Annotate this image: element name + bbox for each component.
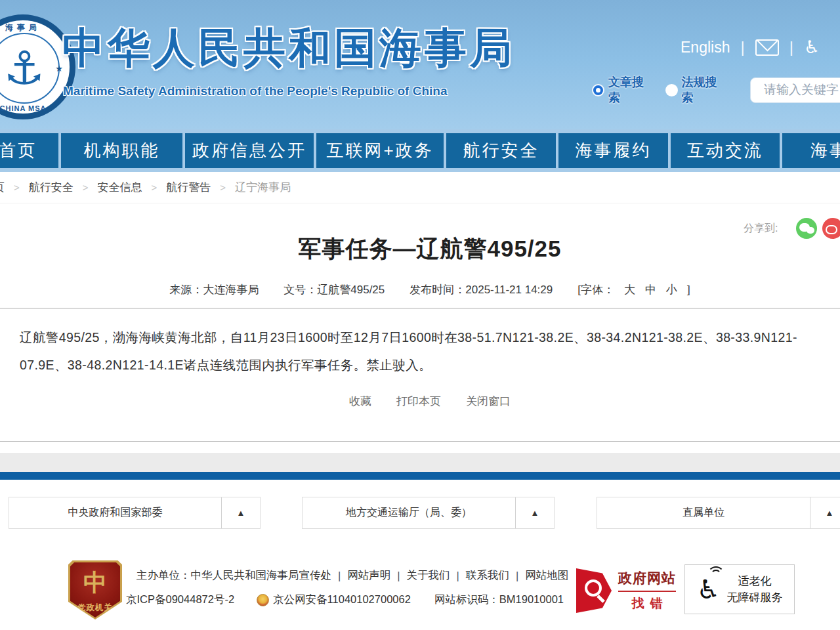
nav-item-home[interactable]: 首页 [0,133,58,168]
footer-links-row: 主办单位：中华人民共和国海事局宣传处 | 网站声明 | 关于我们 | 联系我们 … [136,568,568,583]
accessibility-line2: 无障碍服务 [726,589,782,606]
font-size-small[interactable]: 小 [666,282,677,297]
article-body: 辽航警495/25，渤海海峡黄海北部，自11月23日1600时至12月7日160… [20,324,840,379]
nav-item-functions[interactable]: 机构职能 [61,133,182,168]
nav-item-maritime[interactable]: 海事 [782,133,840,168]
font-size-medium[interactable]: 中 [645,282,656,297]
share-label: 分享到: [744,222,778,236]
footer-sponsor: 主办单位：中华人民共和国海事局宣传处 [136,568,331,583]
footer-link-contact[interactable]: 联系我们 [466,568,509,583]
separator: | [397,570,400,582]
law-search-label[interactable]: 法规搜索 [682,74,726,106]
footer-link-about[interactable]: 关于我们 [407,568,450,583]
article-search-label[interactable]: 文章搜索 [608,74,652,106]
blue-accent-bar [0,472,840,480]
mail-icon[interactable] [755,39,779,56]
search-input[interactable] [750,77,840,103]
separator: | [740,38,744,56]
police-registration[interactable]: 京公网安备11040102700062 [273,593,411,607]
error-report-line1: 政府网站 [618,569,676,592]
share-row: 分享到: [744,218,840,239]
meta-doc-no: 文号：辽航警495/25 [284,282,385,297]
wifi-arc-icon [707,566,724,583]
accessibility-text: 适老化 无障碍服务 [726,573,782,606]
nav-item-internet-gov[interactable]: 互联网+政务 [316,133,444,168]
wechat-share-icon[interactable] [796,218,817,239]
shield-label: 党政机关 [68,602,122,614]
search-bar: 文章搜索 法规搜索 [592,74,840,106]
dropdown-local-transport[interactable]: 地方交通运输厅（局、委） ▲ [302,497,555,529]
breadcrumb-separator: > [152,182,158,193]
chevron-up-icon[interactable]: ▲ [222,497,260,528]
meta-divider [0,308,840,309]
site-title: 中华人民共和国海事局 [62,20,515,77]
font-size-selector: [字体： 大 中 小 ] [578,282,690,297]
breadcrumb-safety-info[interactable]: 安全信息 [98,180,142,195]
dropdown-label: 直属单位 [597,497,810,528]
error-report-flag-icon [576,568,612,613]
chevron-up-icon[interactable]: ▲ [810,497,840,528]
font-size-large[interactable]: 大 [624,282,635,297]
gov-site-error-report-badge[interactable]: 政府网站 找错 [576,568,676,613]
page: 海事局 ⚓ ★ CHINA MSA 中华人民共和国海事局 Maritime Sa… [0,0,840,630]
favorite-button[interactable]: 收藏 [349,394,371,409]
footer-link-sitemap[interactable]: 网站地图 [525,568,568,583]
font-label-close: ] [687,284,690,297]
content-bottom-divider [0,441,840,442]
error-report-line2: 找错 [618,595,676,612]
dropdown-subordinate-units[interactable]: 直属单位 ▲ [597,497,840,529]
dropdown-label: 地方交通运输厅（局、委） [303,497,515,528]
logo-bottom-text: CHINA MSA [0,104,70,112]
nav-item-gov-info[interactable]: 政府信息公开 [185,133,314,168]
site-footer: 中 党政机关 主办单位：中华人民共和国海事局宣传处 | 网站声明 | 关于我们 … [0,556,840,630]
footer-registration-row: 京ICP备09044872号-2 京公网安备11040102700062 网站标… [126,593,564,607]
main-nav: 首页 机构职能 政府信息公开 互联网+政务 航行安全 海事履约 互动交流 海事 [0,129,840,172]
site-subtitle: Maritime Safety Administration of the Pe… [63,84,448,98]
accessibility-icon[interactable]: ♿ [804,39,820,56]
police-badge-icon [257,594,269,606]
breadcrumb-nav-safety[interactable]: 航行安全 [29,180,74,195]
header-topbar: English | | ♿ [681,38,820,56]
law-search-radio[interactable] [665,84,678,96]
gray-band [0,453,840,472]
separator: | [457,570,459,582]
breadcrumb: 首页 > 航行安全 > 安全信息 > 航行警告 > 辽宁海事局 [0,172,291,202]
site-header: 海事局 ⚓ ★ CHINA MSA 中华人民共和国海事局 Maritime Sa… [0,0,840,129]
breadcrumb-separator: > [14,182,20,193]
icp-number[interactable]: 京ICP备09044872号-2 [126,593,234,607]
anchor-icon: ⚓ [4,45,45,91]
breadcrumb-separator: > [220,182,226,193]
footer-link-statement[interactable]: 网站声明 [347,568,390,583]
party-gov-shield-badge: 中 党政机关 [68,560,122,620]
article-search-radio[interactable] [592,84,604,96]
error-report-text: 政府网站 找错 [618,569,676,612]
nav-item-compliance[interactable]: 海事履约 [558,133,668,168]
print-button[interactable]: 打印本页 [396,394,441,409]
chevron-up-icon[interactable]: ▲ [516,497,554,528]
breadcrumb-separator: > [83,182,89,193]
dropdown-central-gov[interactable]: 中央政府和国家部委 ▲ [9,497,261,529]
accessibility-line1: 适老化 [726,573,782,590]
article-title: 军事任务—辽航警495/25 [0,203,840,264]
close-window-button[interactable]: 关闭窗口 [466,394,511,409]
logo-top-text: 海事局 [0,22,70,33]
site-code: 网站标识码：BM19010001 [434,593,564,607]
english-link[interactable]: English [681,39,730,56]
nav-item-nav-safety[interactable]: 航行安全 [446,133,556,168]
weibo-share-icon[interactable] [822,218,840,239]
breadcrumb-current: 辽宁海事局 [235,180,291,195]
accessibility-service-button[interactable]: ♿ 适老化 无障碍服务 [684,564,795,614]
font-label-open: [字体： [578,282,614,297]
wheelchair-wifi-icon: ♿ [697,576,721,602]
article: 分享到: 军事任务—辽航警495/25 来源：大连海事局 文号：辽航警495/2… [0,203,840,409]
breadcrumb-home[interactable]: 首页 [0,180,5,195]
separator: | [789,38,793,56]
separator: | [516,570,518,582]
nav-item-interaction[interactable]: 互动交流 [671,133,780,168]
article-meta: 来源：大连海事局 文号：辽航警495/25 发布时间：2025-11-21 14… [0,282,840,297]
separator: | [338,570,341,582]
dropdown-label: 中央政府和国家部委 [9,497,221,528]
shield-emblem: 中 [68,567,122,599]
logo-inner-ring: ⚓ [0,33,60,104]
breadcrumb-nav-warning[interactable]: 航行警告 [166,180,211,195]
